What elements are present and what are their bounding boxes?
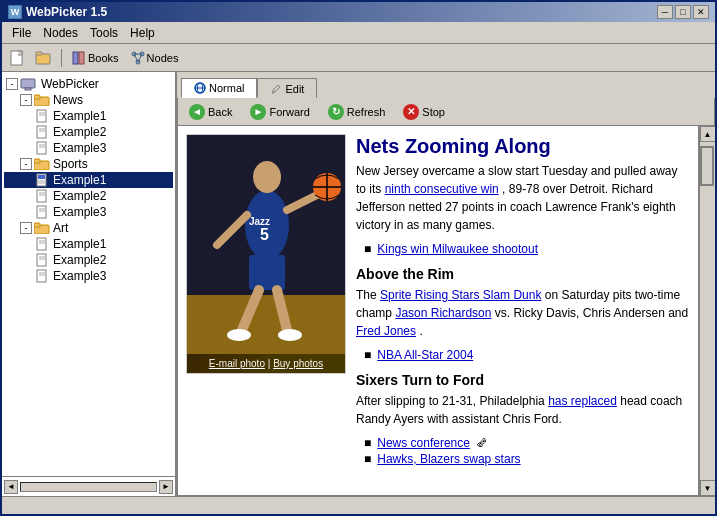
art-label: Art [53,221,68,235]
tab-edit-label: Edit [285,83,304,95]
s3-link[interactable]: has replaced [548,394,617,408]
sports-example1-label: Example1 [53,173,106,187]
tree-art-example3[interactable]: Example3 [4,268,173,284]
bullet-item-2: ■ NBA All-Star 2004 [364,348,690,362]
tree-sports-example3[interactable]: Example3 [4,204,173,220]
web-content-container: 5 Jazz E-mail photo | Buy photos [177,126,715,496]
page-icon-8 [36,269,50,283]
main-window: W WebPicker 1.5 ─ □ ✕ File Nodes Tools H… [0,0,717,516]
svg-rect-44 [37,270,46,282]
tree-art-expand[interactable]: - [20,222,32,234]
news-icon: 🗞 [476,436,488,450]
caption-buy[interactable]: Buy photos [273,358,323,369]
minimize-button[interactable]: ─ [657,5,673,19]
tree-art-example2[interactable]: Example2 [4,252,173,268]
svg-rect-52 [187,295,345,354]
web-content[interactable]: 5 Jazz E-mail photo | Buy photos [177,126,699,496]
svg-rect-33 [37,206,46,218]
player-svg: 5 Jazz [187,135,345,354]
nodes-button[interactable]: Nodes [126,47,184,69]
svg-point-54 [253,161,281,193]
tree-group-news[interactable]: - News [4,92,173,108]
bullet-list-3: ■ News conference 🗞 ■ Hawks, Blazers swa… [364,436,690,466]
tree-sports-example2[interactable]: Example2 [4,188,173,204]
folder-icon-sports [34,158,50,170]
tree-group-sports[interactable]: - Sports [4,156,173,172]
svg-text:Jazz: Jazz [249,216,270,227]
art-example3-label: Example3 [53,269,106,283]
menu-nodes[interactable]: Nodes [37,24,84,42]
vertical-scrollbar[interactable]: ▲ ▼ [699,126,715,496]
menu-help[interactable]: Help [124,24,161,42]
refresh-button[interactable]: ↻ Refresh [321,101,393,123]
bullet-2: ■ [364,348,371,362]
svg-rect-21 [37,142,46,154]
horizontal-scrollbar[interactable] [20,482,157,492]
tree-sports-expand[interactable]: - [20,158,32,170]
new-button[interactable] [6,47,30,69]
tree-root-expand[interactable]: - [6,78,18,90]
bullet-link-2[interactable]: NBA All-Star 2004 [377,348,473,362]
scroll-up-arrow[interactable]: ▲ [700,126,716,142]
s2-link-3[interactable]: Fred Jones [356,324,416,338]
forward-label: Forward [269,106,309,118]
close-button[interactable]: ✕ [693,5,709,19]
s2-link-2[interactable]: Jason Richardson [395,306,491,320]
tab-normal[interactable]: Normal [181,78,257,98]
player-image-area: 5 Jazz [187,135,345,354]
scroll-left-button[interactable]: ◄ [4,480,18,494]
section2-text: The Sprite Rising Stars Slam Dunk on Sat… [356,286,690,340]
web-inner: 5 Jazz E-mail photo | Buy photos [178,126,698,495]
tree-sports-example1[interactable]: Example1 [4,172,173,188]
scroll-down-arrow[interactable]: ▼ [700,480,716,496]
svg-rect-25 [34,159,40,163]
tree-news-example1[interactable]: Example1 [4,108,173,124]
s2-link-1[interactable]: Sprite Rising Stars Slam Dunk [380,288,541,302]
main-area: - WebPicker - News Example1 [2,72,715,496]
sidebar-bottom: ◄ ► [2,476,175,496]
news-example3-label: Example3 [53,141,106,155]
svg-rect-12 [25,88,31,90]
tree-news-example2[interactable]: Example2 [4,124,173,140]
restore-button[interactable]: □ [675,5,691,19]
tree-root-label: WebPicker [41,77,99,91]
svg-rect-41 [37,254,46,266]
svg-rect-2 [36,52,42,55]
bullet-3: ■ [364,436,371,450]
svg-rect-11 [21,79,35,88]
section3-title: Sixers Turn to Ford [356,372,690,388]
svg-rect-3 [73,52,78,64]
scroll-right-button[interactable]: ► [159,480,173,494]
scroll-track[interactable] [700,142,715,480]
open-button[interactable] [32,47,56,69]
tree-art-example1[interactable]: Example1 [4,236,173,252]
bullet-link-1[interactable]: Kings win Milwaukee shootout [377,242,538,256]
page-icon-3 [36,141,50,155]
sports-example2-label: Example2 [53,189,106,203]
folder-icon-news [34,94,50,106]
tab-edit[interactable]: Edit [257,78,317,98]
tree-news-example3[interactable]: Example3 [4,140,173,156]
svg-text:5: 5 [260,226,269,243]
s2-text-1: The [356,288,377,302]
sidebar-scroll-area[interactable]: - WebPicker - News Example1 [2,72,175,476]
tree-news-expand[interactable]: - [20,94,32,106]
computer-icon [20,77,38,91]
tree-root-item[interactable]: - WebPicker [4,76,173,92]
scroll-thumb[interactable] [700,146,714,186]
article-link-1[interactable]: ninth consecutive win [385,182,499,196]
page-icon-2 [36,125,50,139]
menu-file[interactable]: File [6,24,37,42]
menu-tools[interactable]: Tools [84,24,124,42]
title-bar-buttons: ─ □ ✕ [657,5,709,19]
svg-rect-60 [249,255,285,290]
back-button[interactable]: ◄ Back [182,101,239,123]
caption-email[interactable]: E-mail photo [209,358,265,369]
bullet-4: ■ [364,452,371,466]
tree-group-art[interactable]: - Art [4,220,173,236]
books-button[interactable]: Books [67,47,124,69]
bullet-link-4[interactable]: Hawks, Blazers swap stars [377,452,520,466]
forward-button[interactable]: ► Forward [243,101,316,123]
bullet-link-3[interactable]: News conference [377,436,470,450]
stop-button[interactable]: ✕ Stop [396,101,452,123]
